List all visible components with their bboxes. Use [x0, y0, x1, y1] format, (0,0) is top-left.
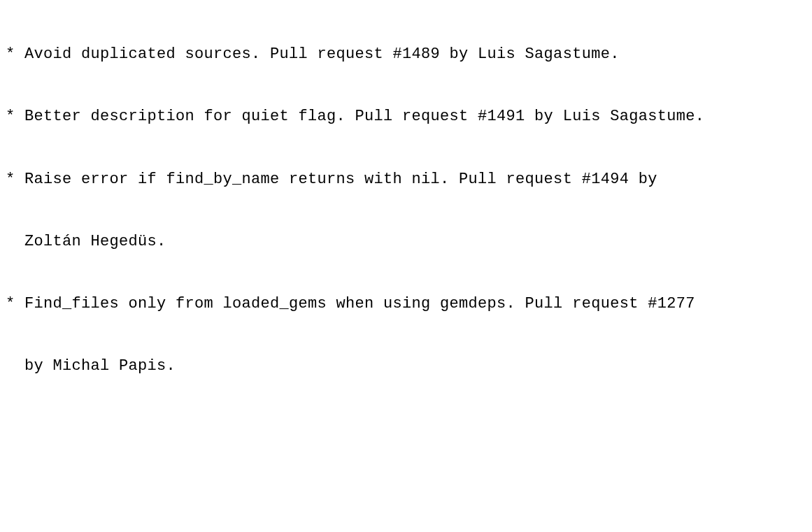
- blank-line: [6, 480, 806, 501]
- changelog-line: by Michal Papis.: [6, 356, 806, 377]
- terminal-output: * Avoid duplicated sources. Pull request…: [6, 3, 806, 532]
- blank-line: [6, 418, 806, 439]
- changelog-line: * Raise error if find_by_name returns wi…: [6, 169, 806, 190]
- changelog-line: * Better description for quiet flag. Pul…: [6, 106, 806, 127]
- changelog-line: * Find_files only from loaded_gems when …: [6, 294, 806, 315]
- changelog-line: Zoltán Hegedüs.: [6, 231, 806, 252]
- changelog-line: * Avoid duplicated sources. Pull request…: [6, 44, 806, 65]
